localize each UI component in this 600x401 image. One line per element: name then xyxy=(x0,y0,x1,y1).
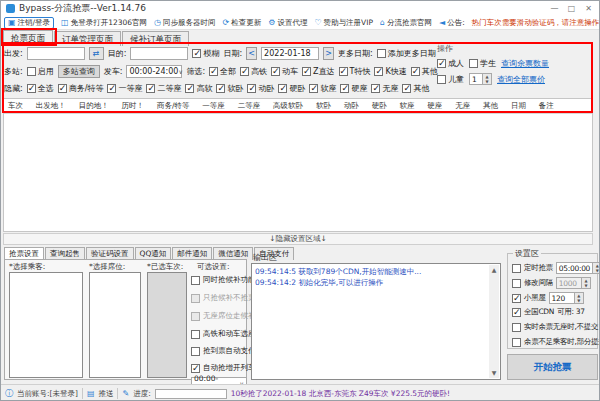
option-seat-selection[interactable]: 高铁和动车选座 xyxy=(191,329,256,339)
hide-checkbox[interactable] xyxy=(216,84,225,93)
filter-checkbox[interactable] xyxy=(339,67,348,76)
hide-checkbox[interactable] xyxy=(247,84,256,93)
option-extra-trains[interactable]: 自动抢增开列车 xyxy=(191,363,256,373)
col-duration[interactable]: 历时！ xyxy=(122,101,145,111)
option-waitlist-also[interactable]: 同时抢候补功能 xyxy=(191,275,256,285)
setting-partial-submit[interactable]: 余票不足乘客时,部分提交 xyxy=(512,337,600,347)
hide-item-9[interactable]: 硬座 xyxy=(340,83,367,94)
hide-item-6[interactable]: 动卧 xyxy=(247,83,274,94)
from-input[interactable] xyxy=(27,47,85,60)
hide-item-3[interactable]: 二等座 xyxy=(146,83,181,94)
col-deluxe-sleeper[interactable]: 高级软卧 xyxy=(273,101,303,111)
hide-checkbox[interactable] xyxy=(340,84,349,93)
setting-no-seat-skip[interactable]: 实时余票无座时,不提交 xyxy=(512,322,598,332)
stepper-arrows[interactable]: ▲▼ xyxy=(582,277,591,289)
hide-item-7[interactable]: 硬卧 xyxy=(278,83,305,94)
blacklist-stepper[interactable]: 120▲▼ xyxy=(549,292,584,304)
logout-login-button[interactable]: ▣ 注销/登录 xyxy=(4,17,54,29)
hide-checkbox[interactable] xyxy=(278,84,287,93)
hide-item-1[interactable]: 商务/特等 xyxy=(58,83,104,94)
multi-station-query-button[interactable]: 多站查询 xyxy=(58,65,100,78)
option-checkbox[interactable] xyxy=(191,330,200,339)
hide-checkbox[interactable] xyxy=(309,84,318,93)
add-more-dates-item[interactable]: 添加更多日期 xyxy=(377,48,436,59)
open-12306-button[interactable]: ◫ 免登录打开12306官网 xyxy=(61,18,147,28)
interval-stepper[interactable]: 1000▲▼ xyxy=(556,277,591,289)
tab-waitlist-orders[interactable]: 候补订单页面 xyxy=(122,31,189,46)
filter-item-gaotie[interactable]: 高铁 xyxy=(240,66,267,77)
col-hard-seat[interactable]: 硬座 xyxy=(427,101,442,111)
filter-checkbox[interactable] xyxy=(209,67,218,76)
option-noseat-waitlist[interactable]: 无座席位走候补 xyxy=(191,311,256,321)
col-second[interactable]: 二等座 xyxy=(238,101,261,111)
hide-checkbox[interactable] xyxy=(27,84,36,93)
stepper-arrows[interactable]: ▲▼ xyxy=(483,73,492,85)
hide-checkbox[interactable] xyxy=(146,84,155,93)
col-other[interactable]: 其他 xyxy=(483,101,498,111)
check-update-button[interactable]: ⟳ 检查更新 xyxy=(223,18,262,28)
sync-time-button[interactable]: ◷ 同步服务器时间 xyxy=(154,18,215,28)
stepper-arrows[interactable]: ▲▼ xyxy=(575,292,584,304)
setting-timed-grab[interactable]: 定时抢票 05:00:00▲▼ xyxy=(512,262,600,274)
hide-checkbox[interactable] xyxy=(185,84,194,93)
option-checkbox[interactable] xyxy=(191,347,200,356)
hide-checkbox[interactable] xyxy=(107,84,116,93)
hide-item-4[interactable]: 高软 xyxy=(185,83,212,94)
setting-checkbox[interactable] xyxy=(512,323,521,332)
option-auto-pay[interactable]: 抢到票自动支付 xyxy=(191,346,256,356)
hide-item-0[interactable]: 全选 xyxy=(27,83,54,94)
fuzzy-checkbox[interactable] xyxy=(192,49,201,58)
col-from[interactable]: 出发地！ xyxy=(36,101,66,111)
seat-listbox[interactable] xyxy=(89,272,141,378)
official-site-button[interactable]: ⌂ 分流抢票官网 xyxy=(380,18,432,28)
hide-item-10[interactable]: 无座 xyxy=(371,83,398,94)
filter-item-z[interactable]: Z直达 xyxy=(302,66,334,77)
col-motor-sleeper[interactable]: 动卧 xyxy=(344,101,359,111)
filter-item-dongche[interactable]: 动车 xyxy=(271,66,298,77)
query-remaining-link[interactable]: 查询余票数量 xyxy=(501,58,549,69)
maximize-button[interactable]: □ xyxy=(563,1,580,16)
child-count-stepper[interactable]: 1 ▲▼ xyxy=(469,73,492,85)
selected-trains-listbox[interactable] xyxy=(147,272,187,378)
start-grab-button[interactable]: 开始抢票 xyxy=(507,354,598,380)
option-checkbox[interactable] xyxy=(191,276,200,285)
col-business[interactable]: 商务/特等 xyxy=(157,101,190,111)
filter-checkbox[interactable] xyxy=(411,67,420,76)
col-soft-sleeper[interactable]: 软卧 xyxy=(316,101,331,111)
child-item[interactable]: 儿童 xyxy=(437,74,464,85)
child-checkbox[interactable] xyxy=(437,75,446,84)
filter-checkbox[interactable] xyxy=(240,67,249,76)
col-hard-sleeper[interactable]: 硬卧 xyxy=(372,101,387,111)
filter-item-t[interactable]: T特快 xyxy=(339,66,371,77)
adult-checkbox[interactable] xyxy=(437,59,446,68)
scroll-up-icon[interactable]: ▲ xyxy=(489,265,499,275)
col-date[interactable]: 日期 xyxy=(511,101,526,111)
output-log-area[interactable]: 09:54:14:5 获取到789个CDN,开始智能测速中... 09:54:1… xyxy=(251,263,501,380)
prev-date-button[interactable]: < xyxy=(246,47,257,60)
col-soft-seat[interactable]: 软座 xyxy=(399,101,414,111)
hide-item-8[interactable]: 软座 xyxy=(309,83,336,94)
hide-checkbox[interactable] xyxy=(371,84,380,93)
next-date-button[interactable]: > xyxy=(323,47,334,60)
filter-checkbox[interactable] xyxy=(271,67,280,76)
col-to[interactable]: 目的地！ xyxy=(79,101,109,111)
to-input[interactable] xyxy=(130,47,188,60)
setting-checkbox[interactable] xyxy=(512,279,521,288)
filter-item-all[interactable]: 全部 xyxy=(209,66,236,77)
hide-checkbox[interactable] xyxy=(402,84,411,93)
collapse-settings-button[interactable]: ↓隐藏设置区域↓ xyxy=(3,233,593,245)
fuzzy-checkbox-item[interactable]: 模糊 xyxy=(192,48,219,59)
setting-checkbox[interactable] xyxy=(512,338,521,347)
depart-time-combo[interactable]: 00:00-24:00 ∨ xyxy=(126,65,182,78)
enable-multi-checkbox[interactable] xyxy=(27,67,36,76)
hide-item-5[interactable]: 软卧 xyxy=(216,83,243,94)
col-first[interactable]: 一等座 xyxy=(202,101,225,111)
col-train[interactable]: 车次 xyxy=(8,101,23,111)
hide-item-11[interactable]: 其他 xyxy=(402,83,429,94)
filter-item-k[interactable]: K快速 xyxy=(374,66,406,77)
student-checkbox[interactable] xyxy=(469,59,478,68)
filter-checkbox[interactable] xyxy=(302,67,311,76)
setting-interval[interactable]: 修改间隔 1000▲▼ xyxy=(512,277,591,289)
push-toggle[interactable]: 推送 xyxy=(98,389,113,399)
option-checkbox[interactable] xyxy=(191,294,200,303)
